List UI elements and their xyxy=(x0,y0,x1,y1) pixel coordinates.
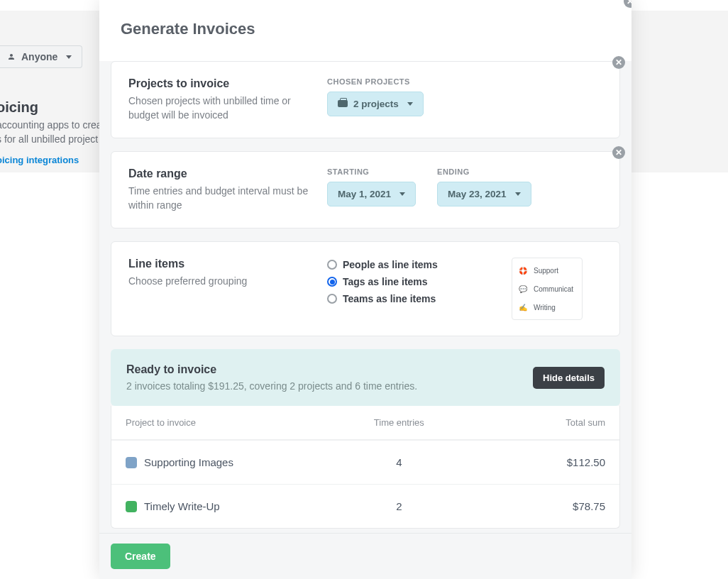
radio-icon xyxy=(327,294,337,304)
radio-icon xyxy=(327,277,337,287)
close-icon: ✕ xyxy=(624,0,632,8)
anyone-label: Anyone xyxy=(21,51,57,62)
lineitems-desc: Choose preferred grouping xyxy=(128,275,313,289)
ready-title: Ready to invoice xyxy=(126,363,533,376)
date-desc: Time entries and budget interval must be… xyxy=(128,184,313,212)
ready-panel: Ready to invoice 2 invoices totaling $19… xyxy=(111,349,620,406)
total-sum: $78.75 xyxy=(442,500,605,512)
date-card-close[interactable]: ✕ xyxy=(612,146,625,159)
project-name: Timely Write-Up xyxy=(144,500,220,512)
table-row[interactable]: Timely Write-Up2$78.75 xyxy=(111,484,619,528)
th-project: Project to invoice xyxy=(126,417,355,428)
tags-preview: 🛟Support 💬Communicat ✍️Writing xyxy=(512,258,583,320)
lifebuoy-icon: 🛟 xyxy=(518,265,528,275)
projects-title: Projects to invoice xyxy=(128,77,313,90)
th-total: Total sum xyxy=(442,417,605,428)
radio-people[interactable]: People as line items xyxy=(327,259,512,270)
starting-label: STARTING xyxy=(327,167,416,176)
table-row[interactable]: Supporting Images4$112.50 xyxy=(111,440,619,484)
modal-header: Generate Invoices xyxy=(99,0,632,61)
close-icon: ✕ xyxy=(612,56,625,69)
invoice-table: Project to invoice Time entries Total su… xyxy=(111,406,620,529)
time-entries-count: 4 xyxy=(355,456,442,468)
briefcase-icon xyxy=(338,100,348,109)
chat-icon: 💬 xyxy=(518,284,528,294)
ready-summary: 2 invoices totaling $191.25, covering 2 … xyxy=(126,380,533,392)
projects-desc: Chosen projects with unbilled time or bu… xyxy=(128,94,313,122)
chevron-down-icon xyxy=(407,102,413,106)
integrations-link[interactable]: oicing integrations xyxy=(0,155,79,165)
project-color-swatch xyxy=(126,457,137,468)
radio-tags[interactable]: Tags as line items xyxy=(327,276,512,287)
pencil-icon: ✍️ xyxy=(518,302,528,312)
line-items-card: Line items Choose preferred grouping Peo… xyxy=(111,241,620,336)
modal-footer: Create xyxy=(99,533,632,579)
chosen-projects-chip[interactable]: 2 projects xyxy=(327,92,424,116)
create-button[interactable]: Create xyxy=(111,544,170,569)
radio-icon xyxy=(327,260,337,270)
starting-date-chip[interactable]: May 1, 2021 xyxy=(327,182,416,206)
project-name: Supporting Images xyxy=(144,456,233,468)
ending-label: ENDING xyxy=(437,167,531,176)
total-sum: $112.50 xyxy=(442,456,605,468)
background-side-text: oicing accounting apps to creas for all … xyxy=(0,99,110,166)
chevron-down-icon xyxy=(66,55,72,59)
th-entries: Time entries xyxy=(355,417,442,428)
chosen-projects-text: 2 projects xyxy=(353,99,399,109)
chevron-down-icon xyxy=(515,192,521,196)
modal-title: Generate Invoices xyxy=(121,20,610,38)
time-entries-count: 2 xyxy=(355,500,442,512)
ending-date-chip[interactable]: May 23, 2021 xyxy=(437,182,531,206)
chevron-down-icon xyxy=(399,192,405,196)
table-header: Project to invoice Time entries Total su… xyxy=(111,406,619,440)
side-heading: oicing xyxy=(0,99,110,116)
anyone-filter[interactable]: Anyone xyxy=(0,45,82,68)
ending-date-value: May 23, 2021 xyxy=(448,189,507,199)
generate-invoices-modal: ✕ Generate Invoices ✕ Projects to invoic… xyxy=(99,0,632,579)
starting-date-value: May 1, 2021 xyxy=(338,189,391,199)
close-icon: ✕ xyxy=(612,146,625,159)
modal-body: ✕ Projects to invoice Chosen projects wi… xyxy=(99,61,632,544)
date-range-card: ✕ Date range Time entries and budget int… xyxy=(111,151,620,228)
projects-card-close[interactable]: ✕ xyxy=(612,56,625,69)
lineitems-title: Line items xyxy=(128,258,313,270)
radio-teams[interactable]: Teams as line items xyxy=(327,293,512,304)
modal-close-button[interactable]: ✕ xyxy=(624,0,632,8)
project-color-swatch xyxy=(126,501,137,512)
person-icon xyxy=(7,53,16,61)
chosen-projects-label: CHOSEN PROJECTS xyxy=(327,77,424,86)
date-title: Date range xyxy=(128,167,313,180)
projects-card: ✕ Projects to invoice Chosen projects wi… xyxy=(111,61,620,138)
hide-details-button[interactable]: Hide details xyxy=(533,367,605,389)
